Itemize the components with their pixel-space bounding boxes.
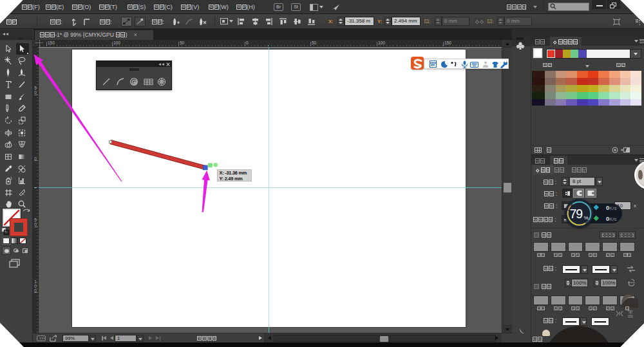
svg-text:79: 79: [570, 207, 583, 221]
svg-text:%: %: [584, 215, 589, 221]
